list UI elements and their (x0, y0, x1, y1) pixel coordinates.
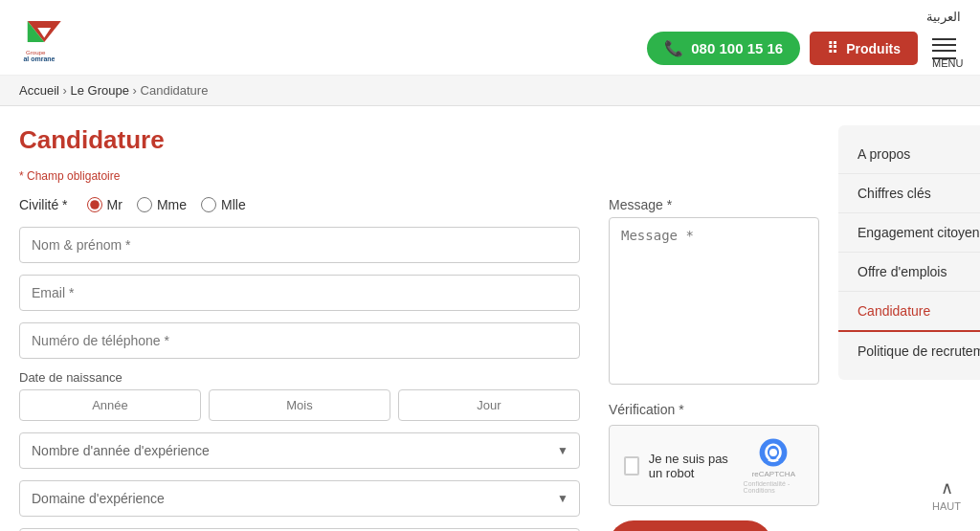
radio-mme-label: Mme (157, 197, 187, 212)
breadcrumb: Accueil › Le Groupe › Candidature (0, 76, 980, 106)
breadcrumb-group[interactable]: Le Groupe (71, 83, 129, 98)
email-input[interactable] (19, 275, 580, 311)
phone-input[interactable] (19, 322, 580, 359)
header: Groupe al omrane العربية 📞 080 100 15 16… (0, 0, 980, 76)
verification-label: Vérification * (609, 402, 819, 417)
chevron-up-icon: ∧ (941, 477, 953, 498)
recaptcha-logo-icon (758, 437, 789, 468)
produits-button[interactable]: ⠿ Produits (810, 32, 918, 65)
radio-mme[interactable]: Mme (137, 197, 187, 212)
arabic-language-link[interactable]: العربية (926, 10, 961, 24)
breadcrumb-sep2: › (133, 83, 137, 98)
phone-number: 080 100 15 16 (691, 40, 783, 56)
required-note: * Champ obligatoire (19, 169, 819, 183)
civilite-row: Civilité * Mr Mme Mlle (19, 197, 580, 212)
back-to-top-label: HAUT (932, 500, 961, 512)
radio-mr-input[interactable] (87, 197, 102, 212)
radio-mme-input[interactable] (137, 197, 152, 212)
captcha-right: reCAPTCHA Confidentialité - Conditions (744, 437, 804, 494)
sidebar-item-candidature[interactable]: Candidature (838, 292, 980, 332)
date-row: Date de naissance (19, 370, 580, 421)
experience-select[interactable]: Nombre d'année d'expérience (19, 432, 580, 469)
back-to-top-button[interactable]: ∧ HAUT (932, 477, 961, 512)
month-input[interactable] (209, 389, 390, 421)
radio-mlle[interactable]: Mlle (201, 197, 246, 212)
svg-text:al omrane: al omrane (23, 55, 55, 62)
message-label: Message * (609, 197, 819, 212)
content-area: Candidature * Champ obligatoire Civilité… (19, 125, 819, 531)
radio-mlle-input[interactable] (201, 197, 216, 212)
radio-mlle-label: Mlle (221, 197, 246, 212)
breadcrumb-home[interactable]: Accueil (19, 83, 59, 98)
logo-image: Groupe al omrane (19, 11, 86, 64)
captcha-box[interactable]: Je ne suis pas un robot reCAPTCHA Confid (609, 425, 819, 506)
sidebar-item-engagement-citoyen[interactable]: Engagement citoyen (838, 213, 980, 253)
domaine-select[interactable]: Domaine d'expérience (19, 480, 580, 517)
header-actions: 📞 080 100 15 16 ⠿ Produits MENU (647, 32, 961, 65)
civilite-label: Civilité * (19, 197, 68, 212)
svg-point-6 (769, 449, 777, 456)
experience-select-wrapper: Nombre d'année d'expérience ▼ (19, 432, 580, 469)
breadcrumb-current: Candidature (141, 83, 209, 98)
date-label: Date de naissance (19, 370, 580, 385)
produits-label: Produits (846, 41, 901, 56)
menu-button[interactable]: MENU (927, 33, 961, 64)
recaptcha-label: reCAPTCHA (752, 470, 795, 478)
radio-mr-label: Mr (107, 197, 122, 212)
captcha-left: Je ne suis pas un robot (624, 452, 744, 480)
captcha-checkbox[interactable] (624, 456, 639, 476)
submit-button[interactable]: Envoyer → (609, 520, 772, 531)
sidebar-item-a-propos[interactable]: A propos (838, 135, 980, 174)
breadcrumb-sep1: › (63, 83, 67, 98)
year-input[interactable] (19, 389, 201, 421)
sidebar-item-offre-emplois[interactable]: Offre d'emplois (838, 253, 980, 292)
grid-icon: ⠿ (827, 39, 838, 57)
form-section: Civilité * Mr Mme Mlle (19, 197, 819, 531)
radio-mr[interactable]: Mr (87, 197, 122, 212)
day-input[interactable] (398, 389, 580, 421)
nom-input[interactable] (19, 227, 580, 263)
message-textarea[interactable] (609, 217, 819, 385)
svg-text:Groupe: Groupe (26, 49, 46, 55)
phone-icon: 📞 (664, 39, 683, 57)
main-layout: Candidature * Champ obligatoire Civilité… (0, 106, 980, 531)
sidebar-item-chiffres-cles[interactable]: Chiffres clés (838, 174, 980, 213)
sidebar-item-politique-recrutement[interactable]: Politique de recrutement (838, 332, 980, 370)
form-left: Civilité * Mr Mme Mlle (19, 197, 580, 531)
logo: Groupe al omrane (19, 11, 86, 64)
menu-label: MENU (932, 57, 956, 59)
recaptcha-sub: Confidentialité - Conditions (744, 480, 804, 494)
form-right: Message * Vérification * Je ne suis pas … (609, 197, 819, 531)
page-title: Candidature (19, 125, 819, 155)
domaine-select-wrapper: Domaine d'expérience ▼ (19, 480, 580, 517)
date-inputs (19, 389, 580, 421)
captcha-text: Je ne suis pas un robot (649, 452, 744, 480)
phone-button[interactable]: 📞 080 100 15 16 (647, 32, 800, 65)
header-right: العربية 📞 080 100 15 16 ⠿ Produits MENU (647, 10, 961, 65)
sidebar: A propos Chiffres clés Engagement citoye… (838, 125, 980, 380)
